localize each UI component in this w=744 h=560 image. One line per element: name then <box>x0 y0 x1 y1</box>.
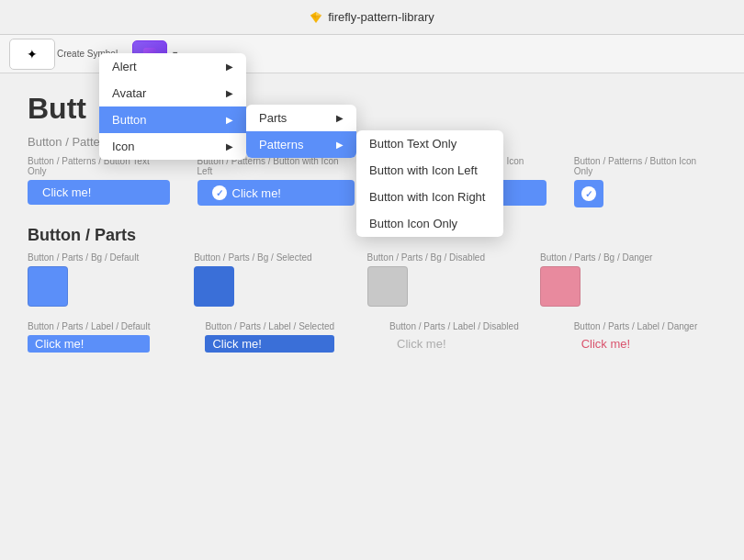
label-danger-text: Click me! <box>574 335 698 353</box>
parts-bg-row: Button / Parts / Bg / Default Button / P… <box>28 252 716 307</box>
parts-bg-disabled: Button / Parts / Bg / Disabled <box>367 252 485 307</box>
menu-item-icon-left[interactable]: Button with Icon Left <box>356 157 503 184</box>
menu-item-icon-label: Icon <box>112 140 135 153</box>
pattern-label-icon-only: Button / Patterns / Button Icon Only <box>574 156 716 176</box>
pattern-item-icon-left: Button / Patterns / Button with Icon Lef… <box>197 156 355 206</box>
menu-arrow-parts: ▶ <box>336 113 344 123</box>
menu-item-icon-right-label: Button with Icon Right <box>369 190 485 204</box>
menu-item-text-only-label: Button Text Only <box>369 137 457 151</box>
menu-item-text-only[interactable]: Button Text Only <box>356 130 503 157</box>
menu-arrow-patterns: ▶ <box>336 140 344 150</box>
pattern-item-text-only: Button / Patterns / Button Text Only Cli… <box>28 156 170 205</box>
btn-icon-only[interactable]: ✓ <box>574 180 603 207</box>
parts-label-default: Button / Parts / Label / Default Click m… <box>28 321 150 353</box>
check-icon-left: ✓ <box>212 185 227 200</box>
label-disabled-text: Click me! <box>389 335 519 353</box>
menu-level1[interactable]: Alert ▶ Avatar ▶ Button ▶ Icon ▶ <box>99 53 246 160</box>
btn-text-only[interactable]: Click me! <box>28 180 170 205</box>
menu-level2[interactable]: Parts ▶ Patterns ▶ <box>246 105 356 158</box>
parts-label-selected-lbl: Button / Parts / Label / Selected <box>205 321 334 331</box>
menu-arrow-avatar: ▶ <box>226 88 233 98</box>
parts-bg-selected-label: Button / Parts / Bg / Selected <box>194 252 311 263</box>
swatch-danger <box>540 266 581 307</box>
create-symbol-btn[interactable]: ✦ <box>9 39 55 70</box>
menu-item-icon-right[interactable]: Button with Icon Right <box>356 184 503 210</box>
menu-item-patterns-label: Patterns <box>259 138 303 151</box>
menu-item-alert[interactable]: Alert ▶ <box>99 53 246 80</box>
parts-bg-selected: Button / Parts / Bg / Selected <box>194 252 311 307</box>
menu-arrow-button: ▶ <box>226 115 233 125</box>
parts-label-disabled-lbl: Button / Parts / Label / Disabled <box>389 321 519 331</box>
menu-item-icon-left-label: Button with Icon Left <box>369 163 478 177</box>
parts-bg-disabled-label: Button / Parts / Bg / Disabled <box>367 252 485 263</box>
pattern-item-icon-only: Button / Patterns / Button Icon Only ✓ <box>574 156 716 207</box>
titlebar-title: firefly-pattern-library <box>310 10 434 24</box>
parts-label-danger-lbl: Button / Parts / Label / Danger <box>574 321 698 331</box>
titlebar: firefly-pattern-library <box>0 0 744 35</box>
menu-item-icon-only-label: Button Icon Only <box>369 217 457 230</box>
menu-item-parts[interactable]: Parts ▶ <box>246 105 356 131</box>
dropdown-menu-container: Alert ▶ Avatar ▶ Button ▶ Icon ▶ Parts ▶… <box>99 53 246 160</box>
check-icon-only: ✓ <box>581 186 596 201</box>
parts-label-row: Button / Parts / Label / Default Click m… <box>28 321 716 353</box>
menu-item-avatar[interactable]: Avatar ▶ <box>99 80 246 106</box>
menu-item-icon[interactable]: Icon ▶ <box>99 133 246 160</box>
menu-item-button-label: Button <box>112 113 147 127</box>
parts-bg-danger-label: Button / Parts / Bg / Danger <box>540 252 652 263</box>
label-default-text: Click me! <box>28 335 150 353</box>
label-selected-text: Click me! <box>205 335 334 353</box>
menu-item-icon-only[interactable]: Button Icon Only <box>356 210 503 237</box>
menu-arrow-icon: ▶ <box>226 141 233 151</box>
parts-section: Button / Parts Button / Parts / Bg / Def… <box>28 226 716 353</box>
app-title: firefly-pattern-library <box>328 10 434 24</box>
menu-level3[interactable]: Button Text Only Button with Icon Left B… <box>356 130 503 237</box>
parts-bg-danger: Button / Parts / Bg / Danger <box>540 252 652 307</box>
menu-item-alert-label: Alert <box>112 60 137 73</box>
menu-item-parts-label: Parts <box>259 111 287 125</box>
swatch-disabled <box>367 266 408 307</box>
parts-label-selected: Button / Parts / Label / Selected Click … <box>205 321 334 353</box>
menu-item-button[interactable]: Button ▶ <box>99 106 246 133</box>
parts-bg-default-label: Button / Parts / Bg / Default <box>28 252 139 263</box>
sketch-icon <box>310 11 322 24</box>
parts-bg-default: Button / Parts / Bg / Default <box>28 252 139 307</box>
parts-label-danger: Button / Parts / Label / Danger Click me… <box>574 321 698 353</box>
swatch-selected <box>194 266 234 307</box>
btn-icon-left[interactable]: ✓ Click me! <box>197 180 355 206</box>
menu-arrow-alert: ▶ <box>226 62 233 72</box>
swatch-default <box>28 266 68 307</box>
menu-item-patterns[interactable]: Patterns ▶ <box>246 131 356 158</box>
parts-label-disabled: Button / Parts / Label / Disabled Click … <box>389 321 519 353</box>
create-symbol-icon: ✦ <box>27 47 38 62</box>
parts-label-default-lbl: Button / Parts / Label / Default <box>28 321 150 331</box>
menu-item-avatar-label: Avatar <box>112 86 146 100</box>
